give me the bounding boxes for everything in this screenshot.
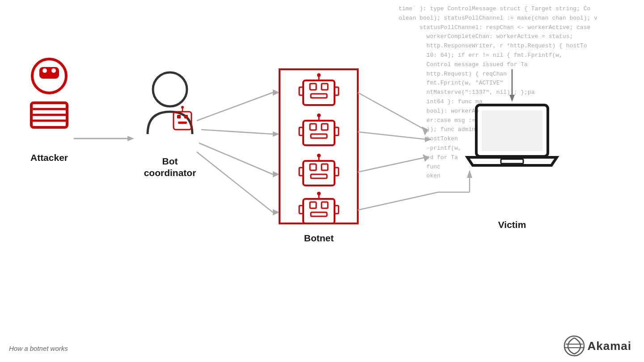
svg-line-64 (358, 192, 438, 210)
svg-marker-18 (273, 89, 280, 96)
svg-rect-12 (177, 115, 181, 118)
akamai-logo-text: Akamai (588, 339, 632, 353)
svg-line-62 (358, 157, 426, 172)
svg-line-17 (197, 93, 273, 121)
svg-marker-61 (425, 137, 432, 142)
svg-rect-25 (280, 69, 358, 223)
svg-marker-20 (273, 131, 280, 137)
attacker-label: Attacker (30, 152, 68, 163)
svg-line-60 (358, 132, 427, 139)
svg-point-3 (51, 68, 56, 73)
svg-marker-67 (467, 170, 472, 178)
svg-point-47 (317, 154, 321, 157)
svg-marker-9 (127, 136, 134, 141)
svg-rect-14 (178, 122, 187, 124)
svg-marker-22 (273, 171, 280, 177)
svg-line-21 (199, 143, 273, 174)
svg-line-23 (197, 152, 273, 212)
bot-coordinator-label: Bot (162, 156, 178, 166)
svg-marker-59 (422, 126, 428, 135)
svg-rect-13 (184, 115, 188, 118)
svg-point-31 (317, 73, 321, 77)
svg-marker-24 (273, 209, 280, 215)
svg-rect-71 (482, 110, 542, 151)
svg-point-10 (153, 72, 187, 106)
bot-coordinator-label2: coordinator (144, 168, 196, 178)
svg-line-58 (358, 93, 425, 130)
svg-point-73 (564, 336, 584, 356)
svg-line-19 (201, 130, 273, 134)
svg-point-39 (317, 114, 321, 117)
svg-point-16 (181, 106, 184, 109)
victim-label: Victim (498, 219, 526, 230)
diagram-svg: Attacker Bot coordinator (0, 0, 644, 362)
botnet-label: Botnet (304, 233, 334, 243)
akamai-logo: Akamai (564, 335, 632, 357)
akamai-logo-icon (564, 335, 585, 357)
svg-marker-69 (509, 95, 515, 102)
svg-point-55 (317, 192, 321, 195)
svg-rect-1 (39, 67, 59, 79)
svg-point-2 (42, 68, 47, 73)
caption: How a botnet works (9, 345, 68, 352)
svg-rect-72 (501, 159, 523, 164)
